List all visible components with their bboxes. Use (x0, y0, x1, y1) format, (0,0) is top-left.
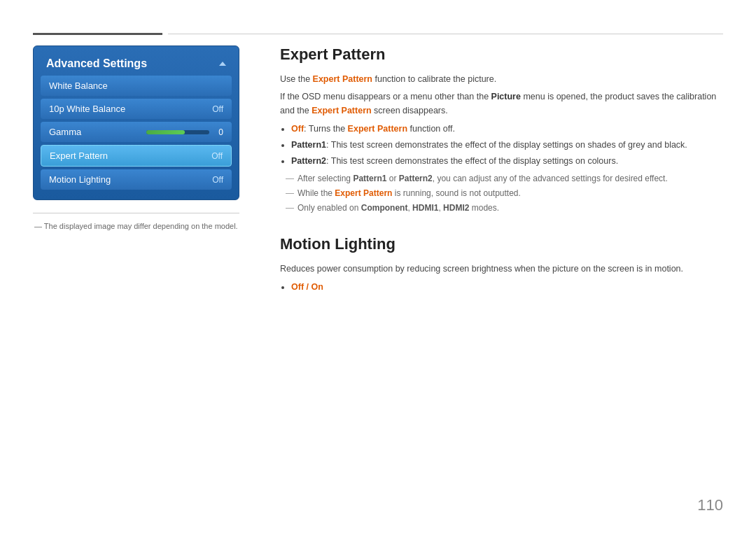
top-border-dark (33, 33, 162, 35)
dash-item-2: ― While the Expert Pattern is running, s… (286, 187, 723, 200)
bullet-item-off: Off: Turns the Expert Pattern function o… (291, 122, 723, 136)
menu-item-label: Expert Pattern (50, 150, 108, 161)
expert-pattern-bullets: Off: Turns the Expert Pattern function o… (291, 122, 723, 168)
bullet-item-pattern1: Pattern1: This test screen demonstrates … (291, 138, 723, 152)
menu-item-expert-pattern[interactable]: Expert Pattern Off (41, 145, 232, 167)
right-content: Expert Pattern Use the Expert Pattern fu… (280, 45, 723, 298)
bullet-item-off-on: Off / On (291, 280, 723, 294)
top-border (33, 33, 723, 35)
arrow-up-icon (219, 62, 226, 66)
dash-item-1: ― After selecting Pattern1 or Pattern2, … (286, 172, 723, 185)
page-number: 110 (697, 496, 723, 514)
motion-lighting-section: Motion Lighting Reduces power consumptio… (280, 235, 723, 294)
menu-item-value: Off (211, 151, 223, 161)
menu-item-value: Off (212, 175, 223, 185)
gamma-slider-fill (146, 130, 185, 134)
ep-highlight-1: Expert Pattern (313, 74, 372, 84)
menu-box: Advanced Settings White Balance 10p Whit… (33, 45, 239, 200)
menu-item-motion-lighting[interactable]: Motion Lighting Off (41, 169, 232, 190)
footnote-text: — The displayed image may differ dependi… (34, 222, 238, 230)
menu-title: Advanced Settings (41, 55, 232, 76)
expert-pattern-section: Expert Pattern Use the Expert Pattern fu… (280, 45, 723, 216)
off-on-highlight: Off / On (291, 282, 323, 292)
menu-item-gamma[interactable]: Gamma 0 (41, 122, 232, 142)
menu-item-10p-white-balance[interactable]: 10p White Balance Off (41, 99, 232, 119)
ep-bold-picture: Picture (491, 92, 521, 101)
ep-highlight-2: Expert Pattern (312, 106, 371, 115)
menu-title-text: Advanced Settings (46, 57, 147, 70)
gamma-value: 0 (214, 127, 223, 137)
bullet-item-pattern2: Pattern2: This test screen demonstrates … (291, 154, 723, 168)
top-border-light (168, 34, 723, 34)
left-panel: Advanced Settings White Balance 10p Whit… (33, 45, 239, 232)
motion-lighting-intro: Reduces power consumption by reducing sc… (280, 262, 723, 276)
menu-item-label: White Balance (49, 80, 108, 91)
motion-lighting-title: Motion Lighting (280, 235, 723, 253)
expert-pattern-title: Expert Pattern (280, 45, 723, 64)
footnote: — The displayed image may differ dependi… (33, 213, 239, 232)
expert-pattern-intro1: Use the Expert Pattern function to calib… (280, 72, 723, 86)
gamma-slider-container: 0 (146, 127, 223, 137)
expert-pattern-intro2: If the OSD menu disappears or a menu oth… (280, 90, 723, 118)
menu-item-value: Off (212, 104, 223, 114)
menu-item-label: 10p White Balance (49, 104, 125, 114)
menu-item-white-balance[interactable]: White Balance (41, 76, 232, 96)
motion-lighting-bullets: Off / On (291, 280, 723, 294)
menu-item-label: Gamma (49, 127, 81, 137)
gamma-slider[interactable] (146, 130, 209, 134)
expert-pattern-dashes: ― After selecting Pattern1 or Pattern2, … (286, 172, 723, 216)
dash-item-3: ― Only enabled on Component, HDMI1, HDMI… (286, 202, 723, 215)
menu-item-label: Motion Lighting (49, 174, 111, 185)
